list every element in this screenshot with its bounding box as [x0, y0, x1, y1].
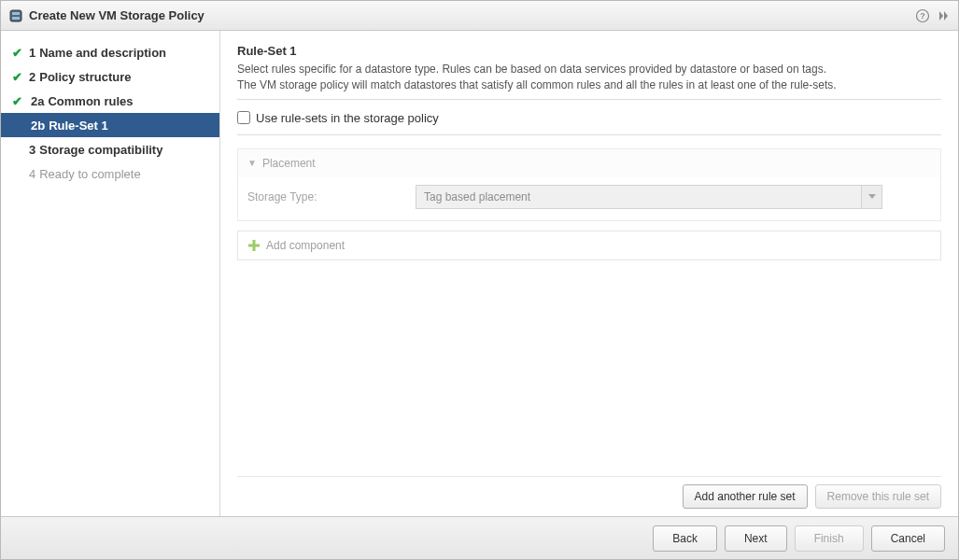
divider — [237, 134, 941, 135]
panel-header-placement[interactable]: ▼ Placement — [238, 149, 940, 177]
use-rulesets-checkbox[interactable] — [237, 111, 250, 124]
remove-ruleset-button: Remove this rule set — [815, 484, 941, 509]
divider — [237, 99, 941, 100]
use-rulesets-row[interactable]: Use rule-sets in the storage policy — [237, 111, 941, 125]
help-icon[interactable]: ? — [915, 8, 930, 23]
add-ruleset-button[interactable]: Add another rule set — [683, 484, 808, 509]
expand-icon[interactable] — [936, 8, 951, 23]
svg-rect-6 — [248, 244, 260, 246]
select-value: Tag based placement — [424, 190, 530, 203]
placement-panel: ▼ Placement Storage Type: Tag based plac… — [237, 148, 941, 221]
wizard-window: Create New VM Storage Policy ? ✔ 1 Name … — [0, 0, 959, 560]
svg-text:?: ? — [920, 11, 925, 21]
ruleset-button-row: Add another rule set Remove this rule se… — [237, 476, 941, 516]
section-heading: Rule-Set 1 — [237, 44, 941, 58]
plus-icon — [247, 239, 261, 252]
use-rulesets-label: Use rule-sets in the storage policy — [256, 111, 439, 125]
nav-step-rule-set-1[interactable]: 2b Rule-Set 1 — [1, 113, 219, 137]
svg-rect-1 — [12, 12, 20, 15]
nav-step-storage-compat[interactable]: 3 Storage compatibility — [1, 137, 219, 161]
window-title: Create New VM Storage Policy — [29, 8, 204, 22]
check-icon: ✔ — [10, 46, 23, 59]
wizard-footer: Back Next Finish Cancel — [1, 516, 958, 559]
main-panel: Rule-Set 1 Select rules specific for a d… — [220, 31, 958, 516]
add-component-label: Add component — [266, 239, 345, 252]
wizard-sidebar: ✔ 1 Name and description ✔ 2 Policy stru… — [1, 31, 220, 516]
storage-type-label: Storage Type: — [247, 190, 416, 203]
policy-icon — [8, 8, 23, 23]
chevron-down-icon — [861, 186, 881, 208]
nav-step-common-rules[interactable]: ✔ 2a Common rules — [1, 89, 219, 113]
nav-step-ready[interactable]: 4 Ready to complete — [1, 161, 219, 186]
finish-button: Finish — [795, 525, 864, 552]
panel-title: Placement — [262, 157, 316, 170]
check-icon: ✔ — [10, 70, 23, 83]
titlebar: Create New VM Storage Policy ? — [1, 1, 958, 31]
nav-step-policy-structure[interactable]: ✔ 2 Policy structure — [1, 64, 219, 89]
next-button[interactable]: Next — [725, 525, 787, 552]
back-button[interactable]: Back — [653, 525, 717, 552]
nav-step-name-desc[interactable]: ✔ 1 Name and description — [1, 40, 219, 64]
svg-rect-0 — [10, 10, 21, 21]
svg-rect-2 — [12, 17, 20, 20]
add-component-row[interactable]: Add component — [237, 231, 941, 260]
check-icon: ✔ — [10, 94, 23, 107]
storage-type-select[interactable]: Tag based placement — [416, 185, 882, 209]
chevron-down-icon: ▼ — [247, 158, 257, 168]
cancel-button[interactable]: Cancel — [871, 525, 945, 552]
section-desc: Select rules specific for a datastore ty… — [237, 62, 941, 93]
